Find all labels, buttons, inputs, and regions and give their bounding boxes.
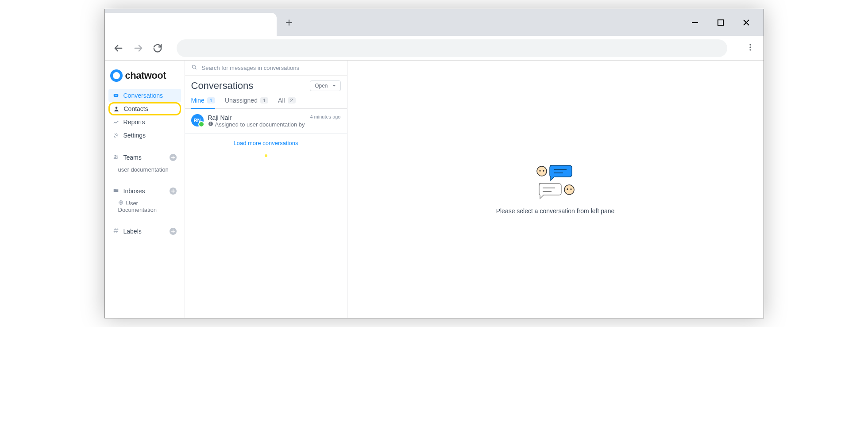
window-controls (691, 9, 764, 36)
svg-point-3 (749, 46, 751, 48)
chat-icon (113, 92, 119, 99)
chevron-down-icon (332, 83, 336, 89)
conversation-snippet: Assigned to user documentation by ... (208, 121, 306, 128)
sidebar-item-conversations[interactable]: Conversations (108, 89, 181, 102)
tab-mine[interactable]: Mine1 (191, 97, 215, 108)
search-bar[interactable]: Search for messages in conversations (185, 61, 347, 76)
globe-icon (118, 200, 123, 205)
conversation-item[interactable]: RN Raji Nair Assigned to user documentat… (185, 109, 347, 134)
svg-point-19 (539, 170, 540, 172)
app-logo[interactable]: chatwoot (108, 64, 181, 89)
empty-state-text: Please select a conversation from left p… (496, 207, 615, 214)
svg-point-24 (567, 188, 568, 190)
url-bar[interactable] (177, 39, 727, 57)
avatar: RN (191, 114, 204, 126)
conversation-list-panel: Search for messages in conversations Con… (185, 61, 347, 318)
close-window-button[interactable] (742, 19, 750, 27)
conversation-header: Conversations Open (185, 76, 347, 93)
status-filter[interactable]: Open (310, 80, 340, 91)
sidebar-item-label: Conversations (123, 92, 163, 99)
svg-point-25 (570, 188, 571, 190)
sidebar-section-teams[interactable]: Teams (108, 151, 181, 164)
sidebar-section-labels[interactable]: Labels (108, 225, 181, 237)
empty-state-illustration (536, 164, 575, 199)
svg-point-2 (749, 44, 751, 45)
add-team-button[interactable] (170, 154, 177, 161)
svg-point-9 (115, 107, 117, 109)
svg-line-14 (195, 68, 196, 69)
load-more-button[interactable]: Load more conversations (185, 134, 347, 153)
svg-point-11 (116, 155, 117, 157)
minimize-button[interactable] (691, 19, 699, 27)
svg-point-17 (210, 123, 211, 123)
team-item[interactable]: user documentation (108, 164, 181, 176)
browser-toolbar (105, 36, 764, 61)
conversation-name: Raji Nair (208, 114, 306, 121)
tab-unassigned[interactable]: Unassigned1 (225, 97, 268, 108)
search-placeholder: Search for messages in conversations (202, 65, 299, 71)
person-icon (113, 106, 120, 112)
search-icon (191, 64, 197, 72)
tools-icon (113, 132, 119, 138)
logo-text: chatwoot (125, 70, 166, 81)
svg-point-7 (116, 95, 116, 96)
sidebar-section-inboxes[interactable]: Inboxes (108, 184, 181, 197)
people-icon (113, 153, 119, 161)
add-label-button[interactable] (170, 228, 177, 235)
browser-tab-active[interactable] (105, 13, 277, 36)
sidebar: chatwoot Conversations Contacts Reports … (105, 61, 185, 318)
browser-menu-button[interactable] (746, 43, 755, 54)
chart-icon (113, 119, 119, 125)
svg-point-23 (564, 185, 574, 195)
section-label: Inboxes (123, 188, 145, 195)
panel-title: Conversations (191, 80, 254, 92)
folder-icon (113, 187, 119, 195)
inbox-item[interactable]: User Documentation (108, 197, 181, 216)
section-label: Teams (123, 154, 142, 161)
svg-rect-1 (718, 20, 723, 25)
maximize-button[interactable] (717, 19, 725, 27)
tab-all[interactable]: All2 (278, 97, 296, 108)
info-icon (208, 121, 213, 128)
section-label: Labels (123, 228, 142, 235)
conversation-tabs: Mine1 Unassigned1 All2 (185, 93, 347, 109)
sidebar-item-settings[interactable]: Settings (108, 129, 181, 142)
conversation-detail-panel: Please select a conversation from left p… (347, 61, 764, 318)
indicator-dot (265, 154, 267, 157)
add-inbox-button[interactable] (170, 188, 177, 195)
svg-point-18 (537, 166, 547, 176)
svg-point-8 (116, 95, 117, 96)
svg-point-10 (114, 155, 116, 157)
svg-point-6 (115, 95, 115, 96)
forward-button[interactable] (133, 43, 143, 53)
sidebar-item-label: Contacts (124, 105, 148, 112)
hash-icon (113, 227, 119, 235)
svg-point-20 (543, 170, 544, 172)
back-button[interactable] (114, 43, 123, 53)
browser-tabstrip (105, 9, 764, 36)
sidebar-item-contacts[interactable]: Contacts (108, 102, 181, 115)
reload-button[interactable] (153, 43, 162, 53)
sidebar-item-label: Reports (123, 119, 145, 126)
browser-window: chatwoot Conversations Contacts Reports … (104, 9, 764, 318)
sidebar-item-reports[interactable]: Reports (108, 115, 181, 129)
new-tab-button[interactable] (277, 9, 301, 36)
conversation-time: 4 minutes ago (310, 114, 340, 128)
logo-icon (110, 69, 123, 82)
svg-rect-16 (210, 123, 211, 125)
sidebar-item-label: Settings (123, 132, 146, 139)
app-content: chatwoot Conversations Contacts Reports … (105, 61, 764, 318)
svg-point-13 (192, 65, 195, 68)
svg-point-4 (749, 49, 751, 50)
